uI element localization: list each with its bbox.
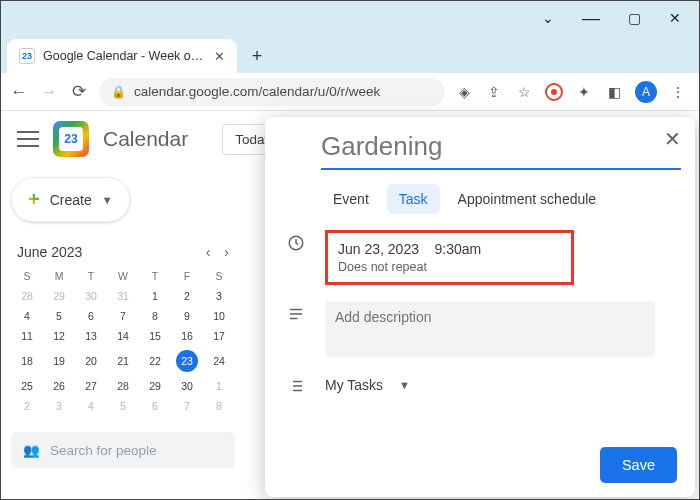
- profile-avatar[interactable]: A: [635, 81, 657, 103]
- mini-day[interactable]: 29: [139, 376, 171, 396]
- extensions-puzzle-icon[interactable]: ✦: [575, 83, 593, 101]
- mini-day[interactable]: 25: [11, 376, 43, 396]
- window-close-icon[interactable]: ✕: [669, 10, 681, 26]
- datetime-box[interactable]: Jun 23, 2023 9:30am Does not repeat: [325, 230, 574, 285]
- window-minimize-icon[interactable]: —: [582, 8, 600, 29]
- mini-day[interactable]: 2: [11, 396, 43, 416]
- mini-day[interactable]: 27: [75, 376, 107, 396]
- mini-day[interactable]: 24: [203, 346, 235, 376]
- main-menu-icon[interactable]: [17, 131, 39, 147]
- sidebar: + Create ▼ June 2023 ‹ › SMTWTFS 2829303…: [1, 167, 249, 500]
- mini-day[interactable]: 12: [43, 326, 75, 346]
- forward-button[interactable]: →: [39, 82, 59, 102]
- mini-day[interactable]: 5: [43, 306, 75, 326]
- mini-dow: T: [139, 266, 171, 286]
- mini-day[interactable]: 30: [75, 286, 107, 306]
- datetime-row: Jun 23, 2023 9:30am Does not repeat: [277, 230, 677, 285]
- plus-icon: +: [28, 188, 40, 211]
- mini-dow: S: [11, 266, 43, 286]
- event-type-tabs: Event Task Appointment schedule: [321, 184, 677, 214]
- mini-dow: W: [107, 266, 139, 286]
- search-people-placeholder: Search for people: [50, 443, 157, 458]
- mini-day[interactable]: 21: [107, 346, 139, 376]
- ext-diamond-icon[interactable]: ◈: [455, 83, 473, 101]
- mini-day[interactable]: 29: [43, 286, 75, 306]
- mini-day[interactable]: 6: [139, 396, 171, 416]
- mini-day[interactable]: 19: [43, 346, 75, 376]
- description-row: Add description: [277, 301, 677, 357]
- tab-close-icon[interactable]: ✕: [214, 49, 225, 64]
- browser-tabstrip: 23 Google Calendar - Week of June ✕ +: [1, 35, 699, 73]
- mini-day[interactable]: 23: [171, 346, 203, 376]
- clock-icon: [285, 232, 307, 254]
- mini-day[interactable]: 22: [139, 346, 171, 376]
- mini-dow: F: [171, 266, 203, 286]
- mini-day[interactable]: 31: [107, 286, 139, 306]
- browser-menu-icon[interactable]: ⋮: [669, 83, 687, 101]
- reload-button[interactable]: ⟳: [69, 81, 89, 102]
- browser-tab[interactable]: 23 Google Calendar - Week of June ✕: [7, 39, 237, 73]
- mini-day[interactable]: 11: [11, 326, 43, 346]
- mini-day[interactable]: 14: [107, 326, 139, 346]
- event-editor-popup: ✕ Gardening Event Task Appointment sched…: [265, 117, 695, 497]
- mini-day[interactable]: 8: [139, 306, 171, 326]
- create-button[interactable]: + Create ▼: [11, 177, 130, 222]
- browser-toolbar: ← → ⟳ 🔒 calendar.google.com/calendar/u/0…: [1, 73, 699, 111]
- mini-day[interactable]: 15: [139, 326, 171, 346]
- ext-square-icon[interactable]: ◧: [605, 83, 623, 101]
- mini-calendar[interactable]: SMTWTFS 28293031123456789101112131415161…: [11, 266, 235, 416]
- mini-day[interactable]: 13: [75, 326, 107, 346]
- mini-prev-icon[interactable]: ‹: [206, 244, 211, 260]
- mini-day[interactable]: 4: [75, 396, 107, 416]
- tasklist-selector[interactable]: My Tasks ▼: [325, 377, 410, 393]
- mini-day[interactable]: 5: [107, 396, 139, 416]
- mini-day[interactable]: 10: [203, 306, 235, 326]
- mini-day[interactable]: 4: [11, 306, 43, 326]
- mini-day[interactable]: 28: [107, 376, 139, 396]
- mini-day[interactable]: 6: [75, 306, 107, 326]
- ext-record-icon[interactable]: [545, 83, 563, 101]
- mini-day[interactable]: 16: [171, 326, 203, 346]
- people-icon: 👥: [23, 442, 40, 458]
- calendar-logo-icon: 23: [53, 121, 89, 157]
- mini-month-label: June 2023: [17, 244, 82, 260]
- bookmark-star-icon[interactable]: ☆: [515, 83, 533, 101]
- new-tab-button[interactable]: +: [243, 42, 271, 70]
- mini-day[interactable]: 8: [203, 396, 235, 416]
- mini-day[interactable]: 7: [107, 306, 139, 326]
- mini-day[interactable]: 18: [11, 346, 43, 376]
- mini-day[interactable]: 3: [203, 286, 235, 306]
- mini-dow: T: [75, 266, 107, 286]
- tasklist-label: My Tasks: [325, 377, 383, 393]
- mini-day[interactable]: 1: [139, 286, 171, 306]
- mini-day[interactable]: 28: [11, 286, 43, 306]
- window-caret-icon[interactable]: ⌄: [542, 10, 554, 26]
- mini-day[interactable]: 9: [171, 306, 203, 326]
- tab-event[interactable]: Event: [321, 184, 381, 214]
- mini-day[interactable]: 7: [171, 396, 203, 416]
- url-bar[interactable]: 🔒 calendar.google.com/calendar/u/0/r/wee…: [99, 78, 445, 106]
- mini-dow: S: [203, 266, 235, 286]
- tab-appointment[interactable]: Appointment schedule: [446, 184, 609, 214]
- mini-day[interactable]: 17: [203, 326, 235, 346]
- description-input[interactable]: Add description: [325, 301, 655, 357]
- tab-task[interactable]: Task: [387, 184, 440, 214]
- calendar-favicon-icon: 23: [19, 48, 35, 64]
- mini-next-icon[interactable]: ›: [224, 244, 229, 260]
- close-popup-icon[interactable]: ✕: [664, 127, 681, 151]
- event-title-input[interactable]: Gardening: [321, 131, 681, 170]
- mini-day[interactable]: 1: [203, 376, 235, 396]
- mini-day[interactable]: 2: [171, 286, 203, 306]
- window-maximize-icon[interactable]: ▢: [628, 10, 641, 26]
- back-button[interactable]: ←: [9, 82, 29, 102]
- app-name: Calendar: [103, 127, 188, 151]
- mini-calendar-header: June 2023 ‹ ›: [11, 244, 235, 266]
- mini-day[interactable]: 3: [43, 396, 75, 416]
- mini-day[interactable]: 30: [171, 376, 203, 396]
- search-people-input[interactable]: 👥 Search for people: [11, 432, 235, 468]
- mini-day[interactable]: 26: [43, 376, 75, 396]
- mini-day[interactable]: 20: [75, 346, 107, 376]
- chevron-down-icon: ▼: [399, 379, 410, 391]
- share-icon[interactable]: ⇪: [485, 83, 503, 101]
- save-button[interactable]: Save: [600, 447, 677, 483]
